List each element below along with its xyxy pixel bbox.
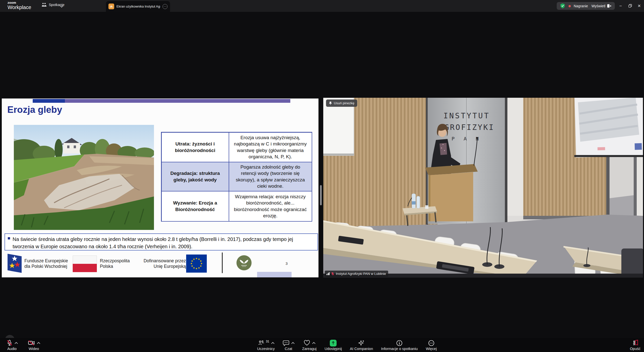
funded-line2: Unię Europejską	[138, 264, 186, 269]
unpin-label: Usuń pinezkę	[334, 101, 354, 105]
meeting-room-video-frame: INSTYTUT AGROFIZYKI P A N	[323, 98, 643, 278]
share-label: Udostępnij	[325, 347, 342, 351]
security-shield-icon[interactable]	[560, 3, 565, 9]
more-label: Więcej	[426, 347, 437, 351]
brand-workplace: Workplace	[8, 5, 31, 10]
react-button[interactable]: Zareaguj	[302, 339, 316, 351]
signal-strength-icon	[327, 272, 330, 275]
table-row-header: Wyzwanie: Erozja a Bioróżnorodność	[162, 191, 229, 221]
republic-line1: Rzeczpospolita	[100, 258, 130, 264]
participants-count-badge: 31	[266, 340, 269, 343]
participants-label: Uczestnicy	[257, 347, 275, 351]
recording-dot	[569, 5, 571, 7]
restore-button[interactable]	[626, 2, 634, 10]
window-titlebar: zoom Workplace Spotkanie IA Ekran użytko…	[0, 0, 644, 12]
mic-muted-icon	[331, 272, 334, 276]
camera-muted-icon	[28, 340, 35, 346]
chat-label: Czat	[285, 347, 292, 351]
view-label: Wyświetl	[591, 4, 605, 8]
meeting-info-button[interactable]: Informacje o spotkaniu	[381, 339, 418, 351]
leave-label: Opuść	[630, 347, 640, 351]
republic-caption: Rzeczpospolita Polska	[100, 258, 130, 269]
poland-flag	[73, 256, 97, 272]
table-row-body: Wzajemna relacja: erozja niszczy bioróżn…	[229, 191, 312, 221]
chat-options-caret[interactable]	[291, 342, 295, 345]
projection-screen	[575, 98, 643, 158]
slide-accent-bar-purple	[65, 99, 290, 103]
funds-line1: Fundusze Europejskie	[24, 258, 68, 264]
statistics-note-text: Na świecie średnia utrata gleby rocznie …	[13, 236, 315, 250]
funded-line1: Dofinansowane przez	[138, 258, 186, 264]
republic-line2: Polska	[100, 264, 130, 269]
zoom-workplace-logo: zoom Workplace	[8, 1, 31, 10]
meeting-tab-label: Spotkanie	[49, 3, 64, 7]
participants-button[interactable]: 31 Uczestnicy	[257, 339, 275, 351]
share-button[interactable]: Udostępnij	[325, 339, 342, 351]
leave-door-icon	[632, 340, 638, 346]
participant-name-label: Instytut Agrofizyki PAN w Lublinie	[325, 271, 388, 277]
slide-title: Erozja gleby	[7, 105, 62, 115]
recording-indicator[interactable]: Nagranie	[569, 4, 588, 8]
audio-button[interactable]: Audio	[7, 339, 17, 351]
audio-options-caret[interactable]	[15, 342, 18, 345]
video-label: Wideo	[29, 347, 39, 351]
slide-footer-bar	[257, 272, 292, 277]
react-label: Zareaguj	[302, 347, 316, 351]
eu-flag	[186, 255, 207, 273]
shared-screen-tab-label: Ekran użytkownika Instytut Agrofi	[116, 5, 160, 8]
table-row-body: Pogarsza zdolność gleby do retencji wody…	[229, 162, 312, 191]
restore-icon	[628, 4, 632, 8]
react-options-caret[interactable]	[312, 342, 315, 345]
more-button[interactable]: Więcej	[426, 339, 437, 351]
tab-more-button[interactable]: ···	[163, 4, 168, 9]
funds-line2: dla Polski Wschodniej	[24, 264, 68, 269]
statistics-note-box: Na świecie średnia utrata gleby rocznie …	[5, 233, 318, 250]
table-row-header: Degradacja: struktura gleby, jakość wody	[162, 162, 229, 191]
meeting-content-area: Erozja gleby	[0, 12, 644, 338]
avatar: IA	[108, 4, 114, 9]
info-icon	[396, 340, 403, 346]
tab-shared-screen[interactable]: IA Ekran użytkownika Instytut Agrofi ···	[106, 1, 170, 12]
meeting-info-label: Informacje o spotkaniu	[381, 347, 418, 351]
participants-options-caret[interactable]	[271, 342, 274, 345]
tab-meeting[interactable]: Spotkanie	[42, 3, 64, 7]
mic-muted-icon	[7, 340, 13, 346]
people-icon	[42, 3, 47, 7]
chat-icon	[283, 340, 289, 346]
pin-icon	[329, 102, 332, 105]
leave-button[interactable]: Opuść	[630, 339, 640, 351]
panel-resize-handle[interactable]	[320, 185, 322, 205]
flag-white-stripe	[73, 256, 97, 264]
close-button[interactable]: ✕	[635, 2, 643, 10]
share-screen-icon	[330, 340, 337, 346]
flag-red-stripe	[73, 264, 97, 272]
footer-divider	[222, 253, 223, 273]
video-button[interactable]: Wideo	[28, 339, 40, 351]
heart-icon	[304, 340, 310, 346]
ai-companion-label: AI Companion	[350, 347, 373, 351]
unpin-button[interactable]: Usuń pinezkę	[326, 99, 357, 107]
chat-button[interactable]: Czat	[283, 339, 294, 351]
ai-companion-button[interactable]: AI Companion	[350, 339, 373, 351]
audio-label: Audio	[7, 347, 17, 351]
pinned-video-tile: INSTYTUT AGROFIZYKI P A N	[323, 98, 643, 278]
eu-funds-logo	[5, 252, 24, 274]
funds-caption: Fundusze Europejskie dla Polski Wschodni…	[24, 258, 68, 269]
table-row-header: Utrata: żyzności i bioróżnorodności	[162, 133, 229, 162]
layout-view-icon	[607, 4, 611, 8]
video-options-caret[interactable]	[37, 342, 40, 345]
slide-accent-bar-blue	[33, 99, 65, 103]
titlebar-status-pill: Nagranie Wyświetl	[557, 2, 615, 10]
ellipsis-icon	[428, 340, 434, 346]
meeting-toolbar: Audio Wideo 31	[0, 338, 644, 352]
eroded-field-photo	[14, 125, 154, 230]
erosion-effects-table: Utrata: żyzności i bioróżnorodności Eroz…	[161, 132, 312, 222]
participant-name: Instytut Agrofizyki PAN w Lublinie	[336, 272, 386, 276]
brand-zoom: zoom	[8, 1, 31, 5]
wall-sign-line1: INSTYTUT	[444, 111, 490, 120]
view-button[interactable]: Wyświetl	[591, 4, 611, 8]
green-leaf-logo	[236, 255, 252, 271]
sparkle-icon	[358, 340, 365, 346]
slide-page-number: 3	[286, 261, 288, 266]
minimize-button[interactable]: –	[617, 2, 624, 10]
